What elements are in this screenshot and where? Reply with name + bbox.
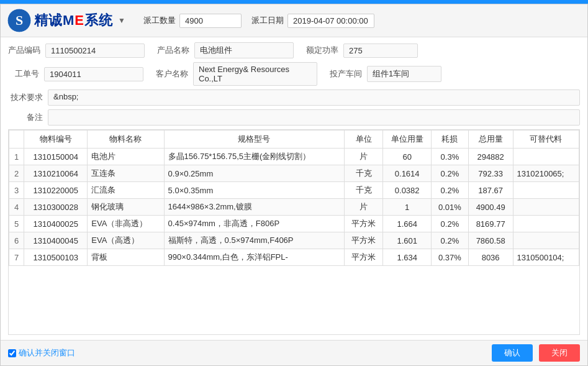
remark-value: [48, 109, 580, 126]
header-row: S 精诚ME系统 ▼ 派工数量 4900 派工日期 2019-04-07 00:…: [1, 4, 587, 37]
production-room-field: 投产车间 组件1车间: [330, 66, 441, 82]
cell-unit-qty: 1.664: [383, 216, 432, 232]
table-container[interactable]: 物料编号 物料名称 规格型号 单位 单位用量 耗损 总用量 可替代料 1 131…: [8, 129, 580, 335]
cell-alt: [513, 182, 579, 199]
col-num: [9, 130, 24, 149]
cell-unit-qty: 1.634: [383, 249, 432, 266]
cell-alt: [513, 199, 579, 216]
footer-left: 确认并关闭窗口: [8, 347, 75, 359]
cell-total: 792.33: [468, 165, 513, 182]
remark-row: 备注: [8, 109, 580, 126]
table-row: 3 1310220005 汇流条 5.0×0.35mm 千克 0.0382 0.…: [9, 182, 579, 199]
cell-num: 1: [9, 149, 24, 165]
product-code-value: 1110500214: [45, 43, 145, 58]
logo-text-before: 精诚M: [34, 12, 75, 28]
production-room-value: 组件1车间: [367, 66, 441, 82]
form-row-1: 产品编码 1110500214 产品名称 电池组件 额定功率 275: [8, 42, 580, 58]
cell-spec: 福斯特，高透，0.5×974mm,F406P: [164, 232, 344, 249]
confirm-button[interactable]: 确认: [492, 344, 533, 362]
cell-alt: [513, 216, 579, 232]
dispatch-date-value: 2019-04-07 00:00:00: [287, 14, 374, 28]
table-header-row: 物料编号 物料名称 规格型号 单位 单位用量 耗损 总用量 可替代料: [9, 130, 579, 149]
dispatch-date-group: 派工日期 2019-04-07 00:00:00: [251, 14, 374, 28]
cell-code: 1310220005: [24, 182, 88, 199]
cell-unit: 平方米: [345, 216, 383, 232]
logo-text: 精诚ME系统: [34, 11, 113, 30]
col-unit-qty: 单位用量: [383, 130, 432, 149]
product-name-label: 产品名称: [157, 45, 189, 56]
cell-spec: 1644×986×3.2mm,镀膜: [164, 199, 344, 216]
cell-unit-qty: 0.1614: [383, 165, 432, 182]
svg-text:S: S: [16, 12, 23, 28]
product-name-field: 产品名称 电池组件: [157, 42, 294, 58]
col-spec: 规格型号: [164, 130, 344, 149]
cell-total: 4900.49: [468, 199, 513, 216]
cell-name: 钢化玻璃: [88, 199, 164, 216]
cell-unit: 片: [345, 149, 383, 165]
tech-req-row: 技术要求 &nbsp;: [8, 89, 580, 106]
work-order-label: 工单号: [8, 68, 39, 80]
confirm-close-checkbox-label[interactable]: 确认并关闭窗口: [8, 347, 75, 359]
cell-num: 3: [9, 182, 24, 199]
table-row: 4 1310300028 钢化玻璃 1644×986×3.2mm,镀膜 片 1 …: [9, 199, 579, 216]
logo-icon: S: [7, 8, 32, 33]
confirm-close-label: 确认并关闭窗口: [19, 347, 75, 359]
cell-unit: 千克: [345, 165, 383, 182]
header-fields: 派工数量 4900 派工日期 2019-04-07 00:00:00: [143, 14, 581, 28]
cell-total: 187.67: [468, 182, 513, 199]
col-unit: 单位: [345, 130, 383, 149]
form-row-2: 工单号 1904011 客户名称 Next Energy& Resources …: [8, 62, 580, 86]
work-order-field: 工单号 1904011: [8, 67, 143, 81]
table-row: 2 1310210064 互连条 0.9×0.25mm 千克 0.1614 0.…: [9, 165, 579, 182]
form-rows: 产品编码 1110500214 产品名称 电池组件 额定功率 275 工单号 1…: [8, 42, 580, 126]
logo-dropdown[interactable]: ▼: [118, 16, 125, 25]
remark-label: 备注: [8, 112, 43, 123]
cell-name: EVA（非高透）: [88, 216, 164, 232]
customer-name-value: Next Energy& Resources Co.,LT: [193, 62, 317, 86]
cell-loss: 0.3%: [432, 149, 469, 165]
table-row: 7 1310500103 背板 990×0.344mm,白色，东洋铝FPL- 平…: [9, 249, 579, 266]
production-room-label: 投产车间: [330, 68, 362, 80]
cell-loss: 0.2%: [432, 182, 469, 199]
footer-buttons: 确认 关闭: [492, 344, 580, 362]
cell-loss: 0.2%: [432, 232, 469, 249]
cell-name: 电池片: [88, 149, 164, 165]
product-name-value: 电池组件: [194, 42, 294, 58]
close-button[interactable]: 关闭: [539, 344, 580, 362]
cell-name: 背板: [88, 249, 164, 266]
cell-spec: 0.9×0.25mm: [164, 165, 344, 182]
col-loss: 耗损: [432, 130, 469, 149]
table-row: 5 1310400025 EVA（非高透） 0.45×974mm，非高透，F80…: [9, 216, 579, 232]
materials-table: 物料编号 物料名称 规格型号 单位 单位用量 耗损 总用量 可替代料 1 131…: [9, 130, 579, 266]
tech-req-value: &nbsp;: [48, 89, 580, 106]
dispatch-qty-group: 派工数量 4900: [143, 14, 242, 28]
confirm-close-checkbox[interactable]: [8, 349, 16, 357]
cell-code: 1310150004: [24, 149, 88, 165]
main-window: S 精诚ME系统 ▼ 派工数量 4900 派工日期 2019-04-07 00:…: [0, 4, 588, 366]
cell-loss: 0.2%: [432, 216, 469, 232]
work-order-value: 1904011: [44, 67, 143, 81]
col-alt: 可替代料: [513, 130, 579, 149]
cell-name: EVA（高透）: [88, 232, 164, 249]
cell-code: 1310400045: [24, 232, 88, 249]
cell-loss: 0.2%: [432, 165, 469, 182]
cell-total: 7860.58: [468, 232, 513, 249]
cell-alt: 1310210065;: [513, 165, 579, 182]
cell-unit: 平方米: [345, 232, 383, 249]
product-code-label: 产品编码: [8, 45, 40, 56]
rated-power-value: 275: [343, 43, 418, 58]
cell-code: 1310400025: [24, 216, 88, 232]
logo-text-after: 系统: [84, 12, 113, 28]
cell-total: 8169.77: [468, 216, 513, 232]
cell-unit-qty: 0.0382: [383, 182, 432, 199]
cell-unit: 片: [345, 199, 383, 216]
cell-loss: 0.37%: [432, 249, 469, 266]
cell-spec: 990×0.344mm,白色，东洋铝FPL-: [164, 249, 344, 266]
cell-loss: 0.01%: [432, 199, 469, 216]
cell-total: 8036: [468, 249, 513, 266]
col-code: 物料编号: [24, 130, 88, 149]
cell-spec: 0.45×974mm，非高透，F806P: [164, 216, 344, 232]
logo-area: S 精诚ME系统 ▼: [7, 8, 131, 33]
cell-num: 6: [9, 232, 24, 249]
cell-unit-qty: 1: [383, 199, 432, 216]
